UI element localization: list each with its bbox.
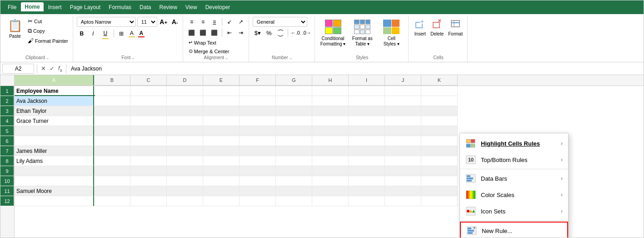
cell-b5[interactable] [94, 126, 130, 136]
insert-function-icon[interactable]: fx [57, 64, 63, 74]
cell-f12[interactable] [240, 196, 276, 206]
cell-j7[interactable] [385, 146, 421, 156]
cell-g11[interactable] [276, 186, 312, 196]
cell-d11[interactable] [167, 186, 203, 196]
cell-d7[interactable] [167, 146, 203, 156]
cell-j5[interactable] [385, 126, 421, 136]
cell-k7[interactable] [421, 146, 458, 156]
cell-h12[interactable] [312, 196, 349, 206]
right-align-button[interactable]: ⬛ [210, 28, 220, 38]
cell-k2[interactable] [421, 96, 458, 106]
cell-d10[interactable] [167, 176, 203, 186]
col-header-b[interactable]: B [94, 75, 130, 86]
cell-b10[interactable] [94, 176, 130, 186]
cell-i12[interactable] [349, 196, 385, 206]
cell-f7[interactable] [240, 146, 276, 156]
align-expand-icon[interactable]: ⌄ [225, 56, 229, 60]
cell-k5[interactable] [421, 126, 458, 136]
cell-c5[interactable] [130, 126, 167, 136]
cell-e7[interactable] [203, 146, 240, 156]
cell-d3[interactable] [167, 106, 203, 116]
cell-i1[interactable] [349, 86, 385, 96]
cell-d1[interactable] [167, 86, 203, 96]
cell-f2[interactable] [240, 96, 276, 106]
row-num-4[interactable]: 4 [0, 116, 14, 126]
cell-i5[interactable] [349, 126, 385, 136]
row-num-12[interactable]: 12 [0, 196, 14, 206]
row-num-6[interactable]: 6 [0, 136, 14, 146]
cell-a7[interactable]: James Miller [15, 146, 94, 156]
cell-g6[interactable] [276, 136, 312, 146]
col-header-k[interactable]: K [421, 75, 458, 86]
cell-c1[interactable] [130, 86, 167, 96]
cell-e3[interactable] [203, 106, 240, 116]
menu-developer[interactable]: Developer [202, 3, 234, 12]
cell-f3[interactable] [240, 106, 276, 116]
cell-a3[interactable]: Ethan Taylor [15, 106, 94, 116]
copy-button[interactable]: ⧉ Copy [26, 26, 70, 35]
menu-file[interactable]: File [4, 3, 20, 12]
cell-d6[interactable] [167, 136, 203, 146]
cell-j1[interactable] [385, 86, 421, 96]
cell-c2[interactable] [130, 96, 167, 106]
font-shrink-button[interactable]: A- [170, 17, 180, 27]
italic-button[interactable]: I [88, 29, 98, 39]
conditional-formatting-dropdown[interactable]: < Highlight Cells Rules › 10 Top/Bottom … [459, 133, 569, 238]
underline-button[interactable]: U [100, 28, 111, 40]
cell-styles-button[interactable]: CellStyles ▾ [377, 17, 405, 48]
cell-c3[interactable] [130, 106, 167, 116]
topbottom-option[interactable]: 10 Top/Bottom Rules › [460, 152, 568, 168]
cell-g10[interactable] [276, 176, 312, 186]
cell-i7[interactable] [349, 146, 385, 156]
menu-insert[interactable]: Insert [45, 3, 65, 12]
formula-input[interactable] [69, 64, 642, 74]
colorscales-option[interactable]: Color Scales › [460, 187, 568, 203]
col-header-i[interactable]: I [349, 75, 385, 86]
cell-a10[interactable] [15, 176, 94, 186]
paste-button[interactable]: 📋 Paste [5, 17, 25, 41]
number-expand-icon[interactable]: ⌄ [289, 56, 293, 60]
cell-k4[interactable] [421, 116, 458, 126]
confirm-formula-icon[interactable]: ✓ [49, 64, 55, 73]
row-num-8[interactable]: 8 [0, 156, 14, 166]
format-button[interactable]: Format [446, 17, 464, 37]
percent-button[interactable]: % [264, 28, 274, 38]
align-top-left-button[interactable]: ≡ [187, 17, 197, 27]
cell-k1[interactable] [421, 86, 458, 96]
cell-k12[interactable] [421, 196, 458, 206]
col-header-c[interactable]: C [130, 75, 167, 86]
menu-home[interactable]: Home [21, 2, 43, 12]
cell-g4[interactable] [276, 116, 312, 126]
cell-b3[interactable] [94, 106, 130, 116]
cell-e12[interactable] [203, 196, 240, 206]
col-header-d[interactable]: D [167, 75, 203, 86]
col-header-a[interactable]: A [15, 75, 94, 86]
cell-b8[interactable] [94, 156, 130, 166]
delete-button[interactable]: ✕ Delete [429, 17, 445, 37]
cell-k10[interactable] [421, 176, 458, 186]
clipboard-expand-icon[interactable]: ⌄ [46, 56, 50, 60]
left-align-button[interactable]: ⬛ [187, 28, 197, 38]
cell-h7[interactable] [312, 146, 349, 156]
col-header-g[interactable]: G [276, 75, 312, 86]
col-header-e[interactable]: E [203, 75, 240, 86]
cell-k9[interactable] [421, 166, 458, 176]
cell-g7[interactable] [276, 146, 312, 156]
cell-j4[interactable] [385, 116, 421, 126]
cell-a2[interactable]: Ava Jackson [15, 96, 94, 106]
cell-a6[interactable] [15, 136, 94, 146]
cell-e1[interactable] [203, 86, 240, 96]
font-color-button[interactable]: A [137, 30, 145, 38]
cell-a9[interactable] [15, 166, 94, 176]
cell-d5[interactable] [167, 126, 203, 136]
cell-h9[interactable] [312, 166, 349, 176]
col-header-j[interactable]: J [385, 75, 421, 86]
cell-j6[interactable] [385, 136, 421, 146]
fill-color-button[interactable]: A [128, 30, 136, 38]
name-box[interactable] [2, 64, 34, 74]
cell-c8[interactable] [130, 156, 167, 166]
row-num-2[interactable]: 2 [0, 96, 14, 106]
cell-f10[interactable] [240, 176, 276, 186]
iconsets-option[interactable]: Icon Sets › [460, 203, 568, 219]
cell-e5[interactable] [203, 126, 240, 136]
